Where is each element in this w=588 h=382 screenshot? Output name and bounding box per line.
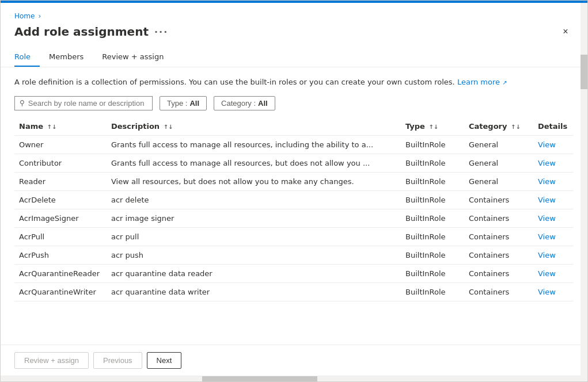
close-button[interactable]: × xyxy=(557,24,574,40)
cell-name-3: AcrDelete xyxy=(14,190,107,209)
bottom-scrollbar[interactable] xyxy=(1,376,587,382)
review-assign-label: Review + assign xyxy=(24,356,79,365)
body-content: A role definition is a collection of per… xyxy=(1,67,587,345)
cell-category-2: General xyxy=(464,172,533,190)
header: Home › Add role assignment ··· × Role Me… xyxy=(1,3,587,67)
previous-button[interactable]: Previous xyxy=(93,352,142,369)
cell-type-0: BuiltInRole xyxy=(401,135,464,154)
cell-name-1: Contributor xyxy=(14,154,107,172)
category-filter-button[interactable]: Category : All xyxy=(214,96,275,110)
cell-description-3: acr delete xyxy=(107,190,401,209)
view-link-7[interactable]: View xyxy=(538,269,556,278)
cell-category-6: Containers xyxy=(464,246,533,264)
next-button[interactable]: Next xyxy=(147,352,182,369)
col-header-name[interactable]: Name ↑↓ xyxy=(14,117,107,136)
tab-members[interactable]: Members xyxy=(40,48,93,67)
right-thumb[interactable] xyxy=(581,55,587,89)
table-body: Owner Grants full access to manage all r… xyxy=(14,135,574,301)
cell-category-0: General xyxy=(464,135,533,154)
cell-description-8: acr quarantine data writer xyxy=(107,282,401,301)
page-title-text: Add role assignment xyxy=(14,25,149,39)
review-assign-button[interactable]: Review + assign xyxy=(14,352,89,369)
view-link-3[interactable]: View xyxy=(538,196,556,204)
tab-review-assign[interactable]: Review + assign xyxy=(93,48,173,67)
table-row[interactable]: Reader View all resources, but does not … xyxy=(14,172,574,190)
type-filter-button[interactable]: Type : All xyxy=(160,96,207,110)
bottom-thumb[interactable] xyxy=(202,376,317,382)
table-row[interactable]: AcrPull acr pull BuiltInRole Containers … xyxy=(14,227,574,246)
cell-view-1[interactable]: View xyxy=(533,154,574,172)
cell-view-0[interactable]: View xyxy=(533,135,574,154)
cell-description-7: acr quarantine data reader xyxy=(107,264,401,282)
view-link-2[interactable]: View xyxy=(538,177,556,186)
table-row[interactable]: AcrQuarantineReader acr quarantine data … xyxy=(14,264,574,282)
external-link-icon: ↗ xyxy=(502,79,507,86)
description-text: A role definition is a collection of per… xyxy=(14,77,574,88)
cell-description-4: acr image signer xyxy=(107,209,401,227)
next-label: Next xyxy=(157,356,172,365)
col-header-type[interactable]: Type ↑↓ xyxy=(401,117,464,136)
cell-view-3[interactable]: View xyxy=(533,190,574,209)
cell-view-6[interactable]: View xyxy=(533,246,574,264)
table-row[interactable]: Owner Grants full access to manage all r… xyxy=(14,135,574,154)
cell-type-5: BuiltInRole xyxy=(401,227,464,246)
cell-category-7: Containers xyxy=(464,264,533,282)
page-title: Add role assignment ··· xyxy=(14,25,574,39)
cell-category-3: Containers xyxy=(464,190,533,209)
main-content: Home › Add role assignment ··· × Role Me… xyxy=(1,3,587,382)
view-link-8[interactable]: View xyxy=(538,288,556,296)
learn-more-link[interactable]: Learn more ↗ xyxy=(457,78,507,86)
cell-view-5[interactable]: View xyxy=(533,227,574,246)
cell-name-6: AcrPush xyxy=(14,246,107,264)
cell-view-7[interactable]: View xyxy=(533,264,574,282)
cell-type-1: BuiltInRole xyxy=(401,154,464,172)
search-input[interactable] xyxy=(28,99,147,108)
breadcrumb-home[interactable]: Home xyxy=(14,12,35,20)
close-icon: × xyxy=(563,26,568,37)
table-row[interactable]: AcrPush acr push BuiltInRole Containers … xyxy=(14,246,574,264)
learn-more-text: Learn more xyxy=(457,78,500,86)
table-container: Name ↑↓ Description ↑↓ Type ↑↓ Categor xyxy=(14,117,574,301)
view-link-1[interactable]: View xyxy=(538,159,556,167)
roles-table: Name ↑↓ Description ↑↓ Type ↑↓ Categor xyxy=(14,117,574,301)
col-header-category[interactable]: Category ↑↓ xyxy=(464,117,533,136)
description-sort-icon: ↑↓ xyxy=(164,124,173,130)
table-row[interactable]: AcrImageSigner acr image signer BuiltInR… xyxy=(14,209,574,227)
tabs: Role Members Review + assign xyxy=(14,48,574,67)
tab-role[interactable]: Role xyxy=(14,48,40,67)
table-header-row: Name ↑↓ Description ↑↓ Type ↑↓ Categor xyxy=(14,117,574,136)
cell-view-2[interactable]: View xyxy=(533,172,574,190)
cell-type-6: BuiltInRole xyxy=(401,246,464,264)
category-sort-icon: ↑↓ xyxy=(511,124,521,130)
table-row[interactable]: Contributor Grants full access to manage… xyxy=(14,154,574,172)
ellipsis-button[interactable]: ··· xyxy=(154,26,168,37)
type-filter-label: Type : xyxy=(167,99,187,108)
cell-name-0: Owner xyxy=(14,135,107,154)
cell-type-8: BuiltInRole xyxy=(401,282,464,301)
cell-type-4: BuiltInRole xyxy=(401,209,464,227)
cell-view-8[interactable]: View xyxy=(533,282,574,301)
view-link-4[interactable]: View xyxy=(538,214,556,223)
cell-type-2: BuiltInRole xyxy=(401,172,464,190)
table-row[interactable]: AcrDelete acr delete BuiltInRole Contain… xyxy=(14,190,574,209)
cell-view-4[interactable]: View xyxy=(533,209,574,227)
col-header-details: Details xyxy=(533,117,574,136)
cell-category-4: Containers xyxy=(464,209,533,227)
col-header-description[interactable]: Description ↑↓ xyxy=(107,117,401,136)
cell-description-2: View all resources, but does not allow y… xyxy=(107,172,401,190)
cell-name-2: Reader xyxy=(14,172,107,190)
view-link-5[interactable]: View xyxy=(538,232,556,241)
right-scrollbar[interactable] xyxy=(581,3,587,382)
cell-description-5: acr pull xyxy=(107,227,401,246)
previous-label: Previous xyxy=(103,356,132,365)
table-row[interactable]: AcrQuarantineWriter acr quarantine data … xyxy=(14,282,574,301)
description-text-content: A role definition is a collection of per… xyxy=(14,78,455,86)
cell-category-5: Containers xyxy=(464,227,533,246)
cell-description-0: Grants full access to manage all resourc… xyxy=(107,135,401,154)
cell-name-5: AcrPull xyxy=(14,227,107,246)
view-link-6[interactable]: View xyxy=(538,251,556,259)
type-sort-icon: ↑↓ xyxy=(428,124,438,130)
footer: Review + assign Previous Next xyxy=(1,345,587,376)
view-link-0[interactable]: View xyxy=(538,140,556,149)
cell-description-6: acr push xyxy=(107,246,401,264)
